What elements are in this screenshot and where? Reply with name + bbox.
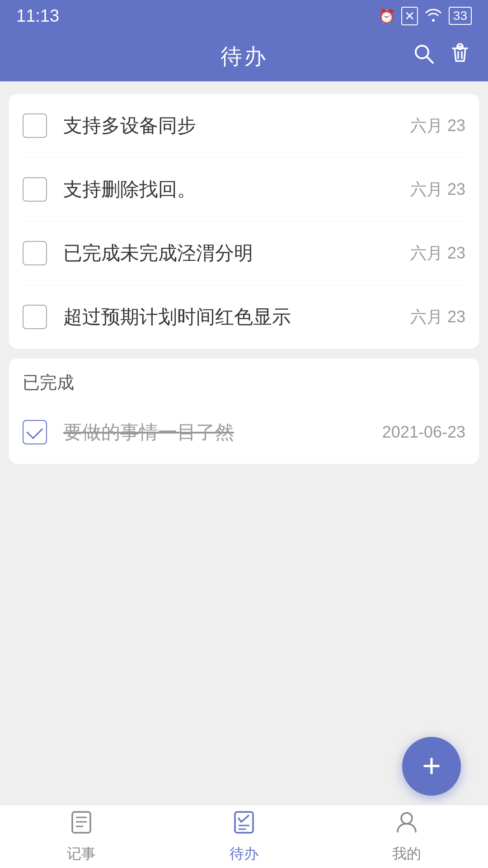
svg-line-1 (427, 57, 433, 63)
checkbox-1[interactable] (23, 113, 47, 138)
close-icon: ✕ (401, 7, 418, 25)
wifi-icon (424, 6, 442, 26)
todo-date-4: 六月 23 (410, 306, 465, 328)
nav-item-notes[interactable]: 记事 (67, 809, 96, 864)
search-icon[interactable] (412, 42, 436, 71)
page-title: 待办 (221, 42, 267, 71)
plus-icon: + (422, 749, 441, 782)
battery-icon: 33 (449, 7, 472, 25)
todo-item: 超过预期计划时间红色显示 六月 23 (23, 285, 465, 349)
completed-todo-text-1: 要做的事情一目了然 (63, 420, 373, 445)
trash-icon[interactable] (448, 42, 472, 71)
svg-point-10 (401, 813, 412, 824)
status-time: 11:13 (16, 6, 59, 26)
checkbox-4[interactable] (23, 305, 47, 329)
checkbox-5[interactable] (23, 420, 47, 444)
todo-text-1: 支持多设备同步 (63, 113, 401, 138)
todo-text-3: 已完成未完成泾渭分明 (63, 241, 401, 266)
nav-label-todo: 待办 (230, 844, 258, 864)
status-icons: ⏰ ✕ 33 (378, 6, 472, 26)
header: 待办 (0, 32, 488, 81)
todo-item: 支持多设备同步 六月 23 (23, 94, 465, 158)
checkbox-2[interactable] (23, 177, 47, 202)
nav-item-todo[interactable]: 待办 (230, 809, 258, 864)
todo-date-1: 六月 23 (410, 115, 465, 137)
todo-item: 已完成未完成泾渭分明 六月 23 (23, 222, 465, 285)
bottom-nav: 记事 待办 我的 (0, 805, 488, 868)
nav-label-notes: 记事 (67, 844, 96, 864)
todo-text-2: 支持删除找回。 (63, 177, 401, 202)
completed-tasks-card: 已完成 要做的事情一目了然 2021-06-23 (9, 359, 479, 464)
todo-nav-icon (231, 809, 257, 840)
nav-label-profile: 我的 (392, 844, 421, 864)
alarm-icon: ⏰ (378, 8, 395, 24)
notes-nav-icon (69, 809, 94, 840)
add-task-fab[interactable]: + (402, 737, 461, 796)
status-bar: 11:13 ⏰ ✕ 33 (0, 0, 488, 32)
pending-tasks-card: 支持多设备同步 六月 23 支持删除找回。 六月 23 已完成未完成泾渭分明 六… (9, 94, 479, 349)
header-actions (412, 42, 472, 71)
completed-section-label: 已完成 (23, 359, 465, 401)
todo-date-2: 六月 23 (410, 179, 465, 201)
content: 支持多设备同步 六月 23 支持删除找回。 六月 23 已完成未完成泾渭分明 六… (0, 81, 488, 476)
completed-todo-date-1: 2021-06-23 (382, 423, 465, 442)
todo-date-3: 六月 23 (410, 242, 465, 264)
nav-item-profile[interactable]: 我的 (392, 809, 421, 864)
todo-item: 支持删除找回。 六月 23 (23, 158, 465, 222)
profile-nav-icon (394, 809, 419, 840)
completed-todo-item: 要做的事情一目了然 2021-06-23 (23, 401, 465, 464)
checkbox-3[interactable] (23, 241, 47, 265)
todo-text-4: 超过预期计划时间红色显示 (63, 304, 401, 330)
